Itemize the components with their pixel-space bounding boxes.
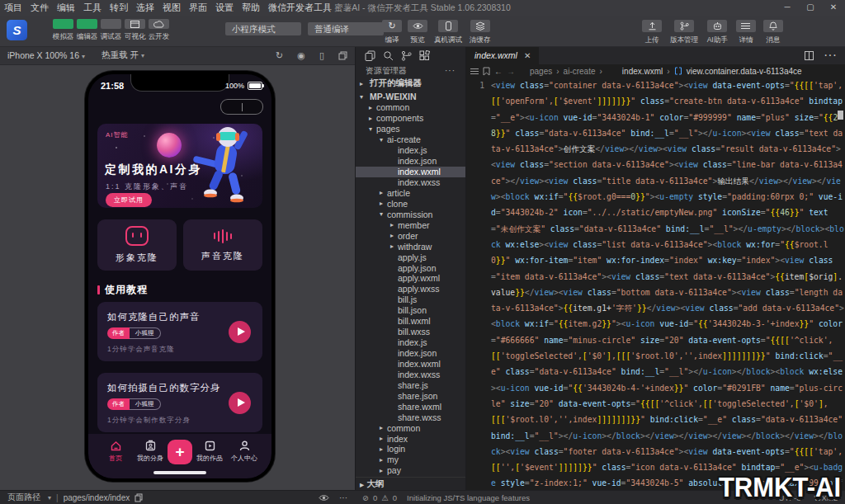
files-icon[interactable]	[365, 50, 375, 61]
tab-我的分身[interactable]: 我的分身	[133, 440, 168, 464]
menu-item-工具[interactable]: 工具	[79, 0, 106, 16]
hot-reload-selector[interactable]: 热重载 开▾	[101, 49, 144, 61]
tree-item-apply.js[interactable]: apply.js	[356, 252, 465, 262]
menu-item-文件[interactable]: 文件	[26, 0, 53, 16]
copy-icon[interactable]	[135, 493, 143, 502]
code-content[interactable]: <view class="container data-v-6113a4ce">…	[491, 78, 844, 490]
tree-item-pay[interactable]: ▸pay	[356, 465, 465, 476]
open-editors-section[interactable]: ▸ 打开的编辑器	[356, 77, 465, 90]
feature-card-声音克隆[interactable]: 声音克隆	[183, 219, 262, 271]
tree-item-member[interactable]: ▸member	[356, 219, 465, 230]
tree-item-order[interactable]: ▸order	[356, 230, 465, 241]
tab-index-wxml[interactable]: index.wxml ✕	[466, 46, 539, 64]
toggle-模拟器[interactable]: 模拟器	[51, 19, 75, 42]
tree-item-index.wxss[interactable]: index.wxss	[356, 369, 465, 379]
back-icon[interactable]: ←	[494, 67, 503, 76]
menu-item-视图[interactable]: 视图	[158, 0, 185, 16]
git-branch-icon[interactable]	[401, 50, 412, 61]
menu-item-项目[interactable]: 项目	[0, 0, 26, 16]
menu-item-编辑[interactable]: 编辑	[53, 0, 79, 16]
extensions-icon[interactable]	[419, 50, 430, 61]
tree-item-share.wxss[interactable]: share.wxss	[356, 412, 465, 422]
search-icon[interactable]	[383, 50, 394, 61]
tree-item-index.wxss[interactable]: index.wxss	[356, 177, 465, 188]
tree-item-index.wxml[interactable]: index.wxml	[356, 167, 465, 177]
scrollbar-thumb[interactable]	[838, 111, 843, 120]
tab-个人中心[interactable]: 个人中心	[227, 440, 262, 464]
page-path-label[interactable]: 页面路径	[7, 492, 40, 503]
tab-首页[interactable]: 首页	[98, 440, 133, 464]
breadcrumb-folder[interactable]: ai-create	[564, 67, 596, 76]
mode-dropdown[interactable]: 小程序模式	[225, 22, 301, 35]
bookmark-icon[interactable]	[483, 67, 490, 76]
errors-icon[interactable]: ⊘	[362, 493, 369, 502]
action-编译[interactable]: ↻编译	[382, 20, 402, 45]
tutorial-card[interactable]: 如何拍摄自己的数字分身作者小狐狸1分钟学会制作数字分身	[97, 373, 262, 432]
more-actions-icon[interactable]: ···	[339, 493, 347, 502]
tree-item-common[interactable]: ▸common	[356, 422, 465, 433]
breadcrumb-file[interactable]: index.wxml	[622, 67, 663, 76]
menu-item-帮助[interactable]: 帮助	[238, 0, 264, 16]
tree-item-apply.json[interactable]: apply.json	[356, 262, 465, 273]
tree-item-pages[interactable]: ▾pages	[356, 124, 465, 134]
hero-banner[interactable]: AI智能	[97, 124, 262, 208]
project-root-section[interactable]: ▾ MP-WEIXIN	[356, 90, 465, 103]
toggle-云开发[interactable]: 云开发	[147, 19, 171, 42]
tree-item-bill.wxss[interactable]: bill.wxss	[356, 327, 465, 337]
code-editor[interactable]: 1 <view class="container data-v-6113a4ce…	[466, 78, 845, 490]
tab-create-button[interactable]: +	[168, 440, 192, 464]
close-tab-icon[interactable]: ✕	[524, 51, 531, 60]
tree-item-share.json[interactable]: share.json	[356, 390, 465, 401]
minimize-button[interactable]: ─	[776, 0, 799, 16]
tree-item-my[interactable]: ▸my	[356, 455, 465, 465]
device-selector[interactable]: iPhone X 100% 16▾	[7, 50, 85, 60]
menu-item-设置[interactable]: 设置	[211, 0, 238, 16]
tree-item-share.js[interactable]: share.js	[356, 379, 465, 390]
tree-item-commission[interactable]: ▾commission	[356, 209, 465, 219]
action-预览[interactable]: 预览	[408, 20, 427, 45]
breadcrumb-symbol[interactable]: view.container.data-v-6113a4ce	[687, 67, 802, 76]
rotate-icon[interactable]: ↻	[276, 50, 283, 61]
tree-item-bill.js[interactable]: bill.js	[356, 294, 465, 305]
tree-item-apply.wxml[interactable]: apply.wxml	[356, 273, 465, 284]
tree-item-withdraw[interactable]: ▸withdraw	[356, 241, 465, 252]
action-清缓存[interactable]: 清缓存	[469, 20, 491, 45]
miniprogram-capsule[interactable]	[220, 99, 263, 115]
tab-我的作品[interactable]: 我的作品	[192, 440, 227, 464]
action-AI助手[interactable]: AI助手	[706, 20, 729, 45]
action-详情[interactable]: 详情	[736, 20, 756, 45]
toggle-调试器[interactable]: 调试器	[99, 19, 123, 42]
tree-item-common[interactable]: ▸common	[356, 102, 465, 113]
menu-item-选择[interactable]: 选择	[132, 0, 158, 16]
tree-item-bill.wxml[interactable]: bill.wxml	[356, 316, 465, 327]
tree-item-apply.wxss[interactable]: apply.wxss	[356, 284, 465, 294]
split-editor-icon[interactable]	[805, 51, 814, 60]
compile-mode-dropdown[interactable]: 普通编译	[308, 22, 384, 35]
tree-item-index.wxml[interactable]: index.wxml	[356, 359, 465, 370]
more-actions-icon[interactable]: ···	[445, 66, 456, 75]
warnings-count[interactable]: 0	[393, 493, 397, 502]
more-actions-icon[interactable]: ···	[824, 48, 837, 63]
maximize-button[interactable]: ▢	[799, 0, 822, 16]
multi-window-icon[interactable]	[338, 51, 347, 60]
tree-item-index.js[interactable]: index.js	[356, 145, 465, 156]
tree-item-clone[interactable]: ▸clone	[356, 198, 465, 209]
close-button[interactable]: ✕	[822, 0, 845, 16]
menu-item-转到[interactable]: 转到	[106, 0, 132, 16]
feature-card-形象克隆[interactable]: 形象克隆	[97, 219, 177, 271]
menu-item-微信开发者工具[interactable]: 微信开发者工具	[264, 0, 336, 16]
errors-count[interactable]: 0	[373, 493, 377, 502]
tree-item-index.js[interactable]: index.js	[356, 337, 465, 348]
play-button-icon[interactable]	[229, 321, 251, 343]
toggle-可视化[interactable]: 可视化	[123, 19, 147, 42]
action-真机调试[interactable]: 真机调试	[433, 20, 463, 45]
tree-item-index.json[interactable]: index.json	[356, 348, 465, 359]
tree-item-login[interactable]: ▸login	[356, 444, 465, 455]
action-上传[interactable]: 上传	[642, 20, 662, 45]
tree-item-article[interactable]: ▸article	[356, 188, 465, 199]
tree-item-index.json[interactable]: index.json	[356, 156, 465, 167]
menu-item-界面[interactable]: 界面	[185, 0, 211, 16]
tree-item-bill.json[interactable]: bill.json	[356, 305, 465, 316]
play-button-icon[interactable]	[229, 392, 251, 414]
device-frame-icon[interactable]: ▯	[319, 50, 324, 61]
